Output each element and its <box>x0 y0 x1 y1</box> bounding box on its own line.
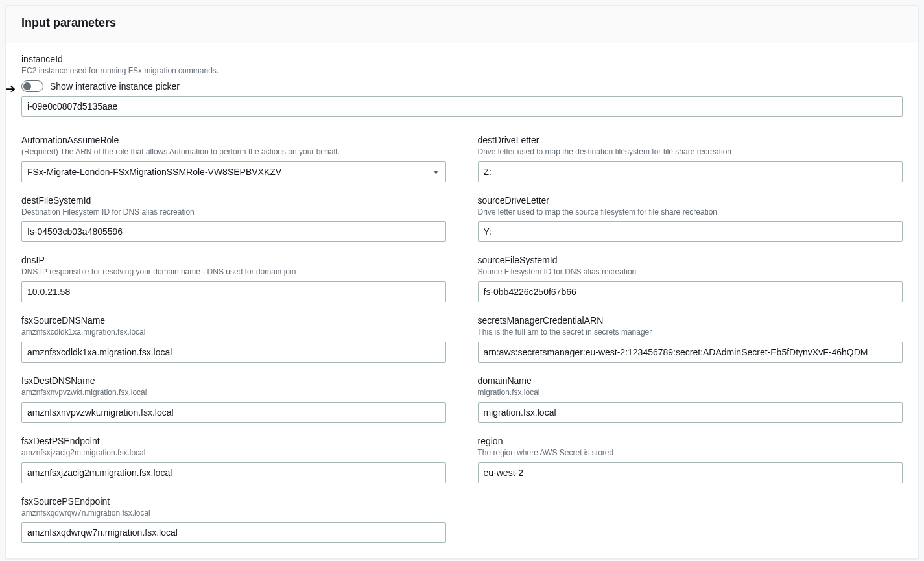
field-fsxSourceDNSName: fsxSourceDNSName amznfsxcdldk1xa.migrati… <box>21 315 446 363</box>
help-domainName: migration.fsx.local <box>478 387 903 398</box>
sourceDriveLetter-input[interactable] <box>478 221 903 242</box>
fsxSourcePSEndpoint-input[interactable] <box>21 522 446 543</box>
help-automationAssumeRole: (Required) The ARN of the role that allo… <box>21 147 446 158</box>
sourceFileSystemId-input[interactable] <box>478 281 903 302</box>
fsxDestDNSName-input[interactable] <box>21 402 446 423</box>
arrow-right-icon: ➔ <box>6 83 16 95</box>
help-destFileSystemId: Destination Filesystem ID for DNS alias … <box>21 207 446 218</box>
panel-header: Input parameters <box>6 6 918 43</box>
help-fsxSourcePSEndpoint: amznfsxqdwrqw7n.migration.fsx.local <box>21 508 446 519</box>
label-instanceId: instanceId <box>21 54 903 64</box>
help-destDriveLetter: Drive letter used to map the destination… <box>478 147 903 158</box>
label-fsxSourceDNSName: fsxSourceDNSName <box>21 315 446 326</box>
instance-picker-toggle[interactable] <box>21 80 43 92</box>
label-sourceDriveLetter: sourceDriveLetter <box>478 195 903 206</box>
fsxSourceDNSName-input[interactable] <box>21 342 446 363</box>
fsxDestPSEndpoint-input[interactable] <box>21 462 446 483</box>
input-parameters-panel: Input parameters instanceId EC2 instance… <box>5 5 919 559</box>
help-instanceId: EC2 instance used for running FSx migrat… <box>21 66 903 77</box>
field-destFileSystemId: destFileSystemId Destination Filesystem … <box>21 195 446 243</box>
label-destDriveLetter: destDriveLetter <box>478 135 903 145</box>
field-fsxDestPSEndpoint: fsxDestPSEndpoint amznfsxjzacig2m.migrat… <box>21 436 446 483</box>
panel-title: Input parameters <box>21 16 903 30</box>
field-fsxSourcePSEndpoint: fsxSourcePSEndpoint amznfsxqdwrqw7n.migr… <box>21 496 446 543</box>
label-destFileSystemId: destFileSystemId <box>21 195 446 206</box>
field-fsxDestDNSName: fsxDestDNSName amznfsxnvpvzwkt.migration… <box>21 376 446 423</box>
label-fsxDestPSEndpoint: fsxDestPSEndpoint <box>21 436 446 446</box>
panel-body: instanceId EC2 instance used for running… <box>6 43 918 558</box>
label-dnsIP: dnsIP <box>21 255 446 265</box>
field-region: region The region where AWS Secret is st… <box>478 436 903 483</box>
label-domainName: domainName <box>478 376 903 386</box>
two-column-layout: AutomationAssumeRole (Required) The ARN … <box>21 130 903 543</box>
field-secretsManagerCredentialARN: secretsManagerCredentialARN This is the … <box>478 315 903 363</box>
right-column: destDriveLetter Drive letter used to map… <box>462 130 903 543</box>
label-automationAssumeRole: AutomationAssumeRole <box>21 135 446 145</box>
field-destDriveLetter: destDriveLetter Drive letter used to map… <box>478 135 903 182</box>
left-column: AutomationAssumeRole (Required) The ARN … <box>21 130 462 543</box>
label-fsxDestDNSName: fsxDestDNSName <box>21 376 446 386</box>
label-sourceFileSystemId: sourceFileSystemId <box>478 255 903 265</box>
help-dnsIP: DNS IP responsible for resolving your do… <box>21 267 446 278</box>
help-region: The region where AWS Secret is stored <box>478 448 903 459</box>
label-fsxSourcePSEndpoint: fsxSourcePSEndpoint <box>21 496 446 507</box>
help-fsxSourceDNSName: amznfsxcdldk1xa.migration.fsx.local <box>21 327 446 338</box>
secretsManagerCredentialARN-input[interactable] <box>478 342 903 363</box>
field-automationAssumeRole: AutomationAssumeRole (Required) The ARN … <box>21 135 446 182</box>
label-region: region <box>478 436 903 446</box>
label-secretsManagerCredentialARN: secretsManagerCredentialARN <box>478 315 903 326</box>
field-sourceDriveLetter: sourceDriveLetter Drive letter used to m… <box>478 195 903 243</box>
field-dnsIP: dnsIP DNS IP responsible for resolving y… <box>21 255 446 302</box>
region-input[interactable] <box>478 462 903 483</box>
field-instanceId: instanceId EC2 instance used for running… <box>21 54 903 117</box>
field-sourceFileSystemId: sourceFileSystemId Source Filesystem ID … <box>478 255 903 302</box>
destFileSystemId-input[interactable] <box>21 221 446 242</box>
help-sourceDriveLetter: Drive letter used to map the source file… <box>478 207 903 218</box>
field-domainName: domainName migration.fsx.local <box>478 376 903 423</box>
help-fsxDestDNSName: amznfsxnvpvzwkt.migration.fsx.local <box>21 387 446 398</box>
destDriveLetter-input[interactable] <box>478 161 903 182</box>
help-fsxDestPSEndpoint: amznfsxjzacig2m.migration.fsx.local <box>21 448 446 459</box>
help-sourceFileSystemId: Source Filesystem ID for DNS alias recre… <box>478 267 903 278</box>
instance-picker-toggle-label: Show interactive instance picker <box>50 81 180 91</box>
automationAssumeRole-select[interactable] <box>21 161 446 182</box>
instance-picker-toggle-row: ➔ Show interactive instance picker <box>21 80 903 92</box>
dnsIP-input[interactable] <box>21 281 446 302</box>
domainName-input[interactable] <box>478 402 903 423</box>
help-secretsManagerCredentialARN: This is the full arn to the secret in se… <box>478 327 903 338</box>
instanceId-input[interactable] <box>21 96 903 117</box>
